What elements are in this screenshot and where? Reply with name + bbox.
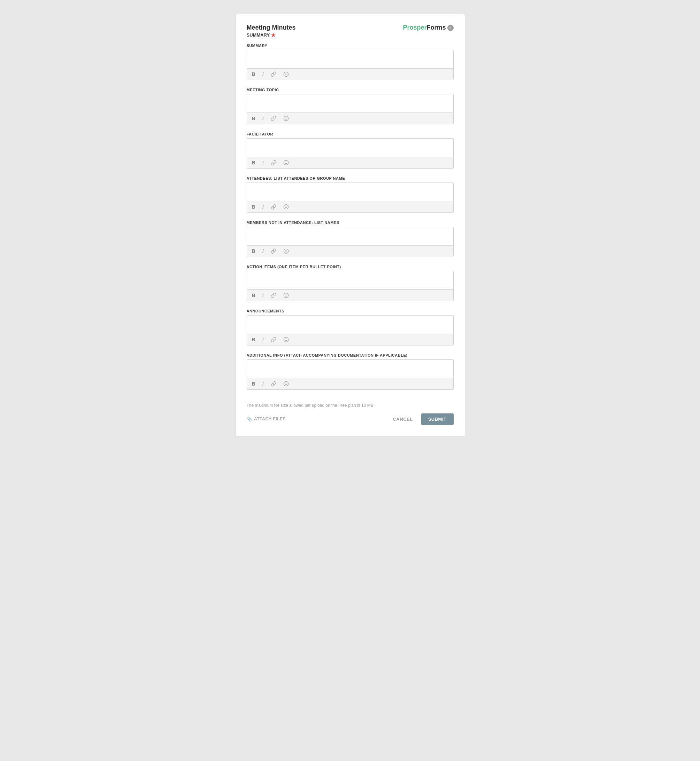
form-container: Meeting Minutes SUMMARY ★ Prosper Forms …	[235, 14, 465, 437]
svg-point-0	[284, 72, 288, 76]
editor-wrapper-facilitator: BI	[247, 138, 454, 168]
bold-button-meeting_topic[interactable]: B	[250, 115, 257, 122]
italic-button-summary[interactable]: I	[261, 71, 265, 77]
editor-wrapper-announcements: BI	[247, 315, 454, 346]
italic-button-action_items[interactable]: I	[261, 292, 265, 298]
editor-toolbar-facilitator: BI	[247, 157, 453, 168]
editor-textarea-attendees[interactable]	[247, 183, 453, 201]
bold-button-announcements[interactable]: B	[250, 337, 257, 343]
file-size-note: The maximum file size allowed per upload…	[247, 403, 454, 408]
editor-textarea-additional_info[interactable]	[247, 360, 453, 378]
bold-button-action_items[interactable]: B	[250, 292, 257, 298]
link-icon	[271, 160, 276, 165]
italic-button-attendees[interactable]: I	[261, 204, 265, 210]
footer-right-actions: CANCEL SUBMIT	[389, 413, 453, 425]
editor-wrapper-action_items: BI	[247, 271, 454, 301]
svg-point-9	[284, 204, 288, 209]
field-label-summary: SUMMARY	[247, 44, 454, 48]
field-section-announcements: ANNOUNCEMENTSBI	[247, 309, 454, 346]
field-label-facilitator: FACILITATOR	[247, 132, 454, 136]
editor-wrapper-members_not_attending: BI	[247, 227, 454, 257]
emoji-button-announcements[interactable]	[282, 336, 290, 343]
editor-textarea-action_items[interactable]	[247, 271, 453, 289]
field-label-members_not_attending: MEMBERS NOT IN ATTENDANCE: LIST NAMES	[247, 220, 454, 225]
italic-button-meeting_topic[interactable]: I	[261, 115, 265, 122]
fields-container: SUMMARYBIMEETING TOPICBIFACILITATORBIATT…	[247, 44, 454, 390]
link-button-facilitator[interactable]	[269, 159, 278, 166]
bold-button-additional_info[interactable]: B	[250, 380, 257, 387]
editor-toolbar-meeting_topic: BI	[247, 112, 453, 124]
emoji-icon	[283, 248, 289, 254]
svg-point-6	[284, 160, 288, 165]
bold-button-attendees[interactable]: B	[250, 204, 257, 210]
subtitle-text: SUMMARY	[247, 33, 270, 37]
field-section-attendees: ATTENDEES: LIST ATTENDEES OR GROUP NAMEB…	[247, 176, 454, 213]
editor-textarea-members_not_attending[interactable]	[247, 227, 453, 245]
emoji-button-additional_info[interactable]	[282, 380, 290, 387]
link-icon	[271, 381, 276, 387]
link-button-announcements[interactable]	[269, 336, 278, 343]
link-icon	[271, 248, 276, 254]
bold-button-summary[interactable]: B	[250, 71, 257, 77]
editor-toolbar-attendees: BI	[247, 201, 453, 212]
emoji-button-members_not_attending[interactable]	[282, 248, 290, 254]
emoji-button-action_items[interactable]	[282, 292, 290, 299]
emoji-button-summary[interactable]	[282, 71, 290, 78]
italic-button-announcements[interactable]: I	[261, 337, 265, 343]
italic-button-members_not_attending[interactable]: I	[261, 248, 265, 254]
editor-toolbar-members_not_attending: BI	[247, 245, 453, 257]
editor-wrapper-attendees: BI	[247, 182, 454, 213]
editor-toolbar-action_items: BI	[247, 289, 453, 301]
cancel-button[interactable]: CANCEL	[389, 414, 417, 424]
attach-files-button[interactable]: 📎 ATTACH FILES	[247, 416, 286, 421]
editor-wrapper-summary: BI	[247, 50, 454, 80]
emoji-button-attendees[interactable]	[282, 203, 290, 211]
attach-label: ATTACH FILES	[254, 416, 286, 421]
link-button-action_items[interactable]	[269, 292, 278, 299]
form-header: Meeting Minutes SUMMARY ★ Prosper Forms …	[247, 24, 454, 38]
italic-button-facilitator[interactable]: I	[261, 159, 265, 166]
emoji-icon	[283, 115, 289, 121]
link-icon	[271, 337, 276, 342]
editor-wrapper-meeting_topic: BI	[247, 94, 454, 124]
svg-point-18	[284, 337, 288, 342]
emoji-button-meeting_topic[interactable]	[282, 115, 290, 122]
svg-point-15	[284, 293, 288, 298]
bold-button-facilitator[interactable]: B	[250, 159, 257, 166]
emoji-icon	[283, 72, 289, 77]
editor-textarea-announcements[interactable]	[247, 315, 453, 334]
close-button[interactable]: ×	[447, 25, 454, 31]
field-label-additional_info: ADDITIONAL INFO (ATTACH ACCOMPANYING DOC…	[247, 353, 454, 357]
svg-point-12	[284, 249, 288, 253]
emoji-icon	[283, 293, 289, 298]
emoji-button-facilitator[interactable]	[282, 159, 290, 166]
italic-button-additional_info[interactable]: I	[261, 380, 265, 387]
editor-toolbar-summary: BI	[247, 68, 453, 80]
logo: Prosper Forms	[403, 24, 446, 31]
submit-button[interactable]: SUBMIT	[421, 413, 454, 425]
field-section-members_not_attending: MEMBERS NOT IN ATTENDANCE: LIST NAMESBI	[247, 220, 454, 257]
link-button-summary[interactable]	[269, 71, 278, 78]
logo-prosper: Prosper	[403, 24, 427, 31]
footer-section: The maximum file size allowed per upload…	[247, 398, 454, 425]
link-button-members_not_attending[interactable]	[269, 248, 278, 254]
emoji-icon	[283, 204, 289, 210]
link-button-attendees[interactable]	[269, 203, 278, 211]
field-section-summary: SUMMARYBI	[247, 44, 454, 80]
emoji-icon	[283, 337, 289, 342]
editor-textarea-facilitator[interactable]	[247, 139, 453, 157]
editor-wrapper-additional_info: BI	[247, 359, 454, 390]
link-button-meeting_topic[interactable]	[269, 115, 278, 122]
link-icon	[271, 293, 276, 298]
editor-textarea-summary[interactable]	[247, 50, 453, 68]
svg-point-3	[284, 116, 288, 120]
field-section-additional_info: ADDITIONAL INFO (ATTACH ACCOMPANYING DOC…	[247, 353, 454, 390]
emoji-icon	[283, 381, 289, 387]
link-icon	[271, 204, 276, 210]
logo-wrapper: Prosper Forms ×	[403, 24, 453, 31]
link-icon	[271, 72, 276, 77]
emoji-icon	[283, 160, 289, 165]
editor-textarea-meeting_topic[interactable]	[247, 94, 453, 112]
bold-button-members_not_attending[interactable]: B	[250, 248, 257, 254]
link-button-additional_info[interactable]	[269, 380, 278, 387]
